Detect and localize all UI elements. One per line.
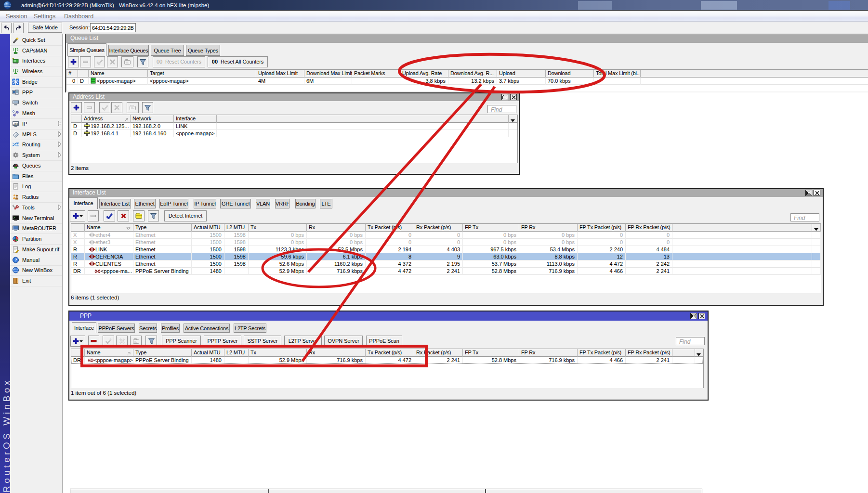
svg-text:255: 255 xyxy=(13,122,19,125)
svg-text:?: ? xyxy=(14,258,17,262)
